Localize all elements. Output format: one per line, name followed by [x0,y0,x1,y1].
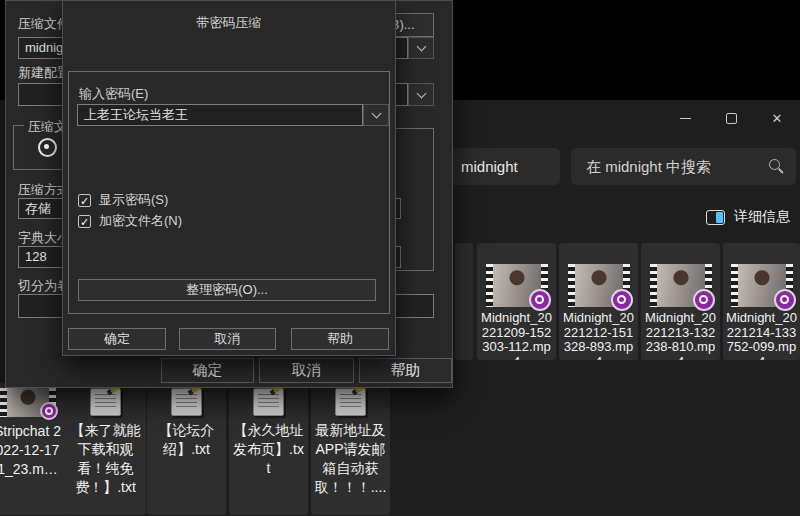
chevron-down-icon [416,88,426,98]
text-file-icon [329,386,373,416]
file-tile-video[interactable]: Midnight_20221212-151328-893.mp4 [559,243,638,360]
password-ok-button[interactable]: 确定 [68,328,166,350]
archive-help-button[interactable]: 帮助 [359,358,452,383]
file-name: Midnight_20221209-152303-112.mp4 [480,311,554,360]
video-thumbnail [486,264,548,307]
media-badge-icon [529,289,551,311]
file-name: 【永久地址发布页】.txt [232,421,306,478]
password-dropdown-button[interactable] [363,104,389,126]
file-name: Stripchat 2022-12-17 1_23.m… [0,422,65,479]
video-thumbnail [650,264,712,307]
address-text: midnight [461,158,518,175]
chevron-down-icon [371,109,381,119]
file-tile-video[interactable]: Midnight_20221214-133752-099.mp4 [723,243,800,360]
details-pane-icon [706,210,725,225]
details-pane-button[interactable]: 详细信息 [706,203,790,231]
search-icon [769,159,780,170]
search-box[interactable]: 在 midnight 中搜索 [571,148,796,185]
filmstrip-icon [731,264,738,307]
file-tile-text[interactable]: 最新地址及APP请发邮箱自动获取！！！.... [311,383,390,515]
video-thumbnail [731,264,793,307]
filmstrip-icon [568,264,575,307]
media-badge-icon [774,289,796,311]
text-file-icon [165,386,209,416]
video-thumbnail [568,264,630,307]
archive-cancel-button[interactable]: 取消 [259,358,354,383]
document-page-icon [335,388,366,416]
video-thumbnail [0,388,56,417]
archive-ok-button[interactable]: 确定 [161,358,254,383]
chevron-down-icon [416,42,426,52]
file-tile-video[interactable]: Midnight_20221213-132238-810.mp4 [641,243,720,360]
media-badge-icon [611,289,633,311]
password-cancel-button[interactable]: 取消 [179,328,276,350]
file-tile-video[interactable]: Midnight_20221209-152303-112.mp4 [477,243,556,360]
document-page-icon [90,388,121,416]
enter-password-label: 输入密码(E) [79,85,148,103]
file-name: 【论坛介绍】.txt [150,421,224,459]
search-placeholder: 在 midnight 中搜索 [586,158,711,175]
screen: ✕ midnight 在 midnight 中搜索 详细信息 Midnight_… [0,0,800,516]
archive-name-dropdown-button[interactable] [408,37,434,59]
close-icon: ✕ [772,112,783,125]
show-password-row: ✓ 显示密码(S) [78,191,168,209]
file-name: 【来了就能下载和观看！纯免费！】.txt [69,421,143,497]
password-dialog-title: 带密码压缩 [63,14,395,32]
media-badge-icon [40,402,58,420]
password-help-button[interactable]: 帮助 [291,328,389,350]
show-password-checkbox[interactable]: ✓ [78,194,91,207]
document-page-icon [253,388,284,416]
media-badge-icon [693,289,715,311]
file-name: 最新地址及APP请发邮箱自动获取！！！.... [314,421,388,497]
password-input[interactable]: 上老王论坛当老王 [77,104,363,126]
file-tile-text[interactable]: 【永久地址发布页】.txt [229,383,308,515]
show-password-label: 显示密码(S) [99,191,168,209]
password-dialog: 带密码压缩 输入密码(E) 上老王论坛当老王 ✓ 显示密码(S) ✓ 加密文件名… [62,0,396,356]
profile-dropdown-button[interactable] [408,83,434,106]
text-file-icon [84,386,128,416]
file-tile-text[interactable]: 【论坛介绍】.txt [147,383,226,515]
address-bar[interactable]: midnight [448,148,560,185]
maximize-button[interactable] [708,100,754,136]
filmstrip-icon [650,264,657,307]
window-controls: ✕ [662,100,800,136]
minimize-button[interactable] [662,100,708,136]
file-name: Midnight_20221212-151328-893.mp4 [562,311,636,360]
close-button[interactable]: ✕ [754,100,800,136]
organize-passwords-button[interactable]: 整理密码(O)... [78,279,376,301]
maximize-icon [726,113,737,124]
document-page-icon [171,388,202,416]
minimize-icon [680,118,691,119]
file-tile-text[interactable]: 【来了就能下载和观看！纯免费！】.txt [65,383,146,515]
filmstrip-icon [486,264,493,307]
file-name: Midnight_20221213-132238-810.mp4 [644,311,718,360]
details-label: 详细信息 [734,208,790,226]
file-tile-partial[interactable] [455,243,473,360]
file-name: Midnight_20221214-133752-099.mp4 [725,311,799,360]
encrypt-filenames-checkbox[interactable]: ✓ [78,215,91,228]
encrypt-filenames-label: 加密文件名(N) [99,212,182,230]
encrypt-filenames-row: ✓ 加密文件名(N) [78,212,182,230]
file-tile-video[interactable]: Stripchat 2022-12-17 1_23.m… [0,383,67,515]
format-radio-selected[interactable] [38,138,57,157]
text-file-icon [247,386,291,416]
